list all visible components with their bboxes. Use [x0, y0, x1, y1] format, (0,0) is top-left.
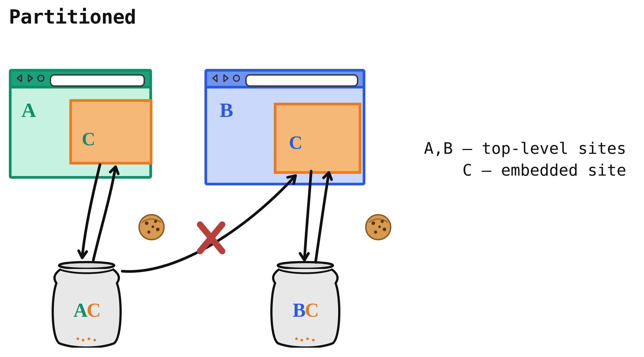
svg-point-3	[82, 339, 84, 342]
legend-line-2: C – embedded site	[462, 161, 626, 179]
browser-a-urlbar	[50, 74, 145, 87]
forward-icon	[26, 74, 35, 83]
svg-point-17	[372, 222, 375, 225]
browser-a-nav-icons	[15, 74, 45, 83]
embed-c-label-b: C	[289, 132, 302, 154]
cookie-icon	[364, 214, 392, 241]
jar-ac: AC	[47, 256, 127, 348]
jar-bc-label: BC	[265, 299, 345, 322]
svg-point-0	[38, 75, 44, 81]
reload-icon	[232, 74, 241, 83]
embed-c-in-a: C	[69, 99, 152, 164]
svg-point-15	[152, 226, 154, 228]
svg-point-20	[374, 230, 377, 234]
legend: A,B – top-level sites C – embedded site	[424, 138, 626, 181]
svg-point-9	[312, 339, 315, 342]
site-a-label: A	[21, 98, 36, 122]
svg-point-5	[93, 339, 96, 342]
jar-ac-label: AC	[47, 299, 127, 322]
browser-b-urlbar	[245, 74, 358, 87]
blocked-x-icon	[200, 224, 222, 251]
svg-point-1	[234, 75, 240, 81]
svg-point-14	[147, 230, 150, 234]
legend-line-1: A,B – top-level sites	[424, 139, 626, 158]
page-title: Partitioned	[9, 5, 136, 28]
svg-point-4	[88, 338, 90, 340]
svg-point-16	[366, 215, 391, 240]
browser-b-titlebar	[204, 69, 365, 88]
reload-icon	[36, 74, 45, 83]
browser-b-nav-icons	[211, 74, 241, 83]
svg-point-10	[139, 215, 164, 240]
cookie-icon	[138, 214, 165, 241]
embed-c-label-a: C	[82, 128, 95, 150]
svg-point-19	[383, 228, 386, 231]
diagram: Partitioned A C B C	[0, 0, 644, 357]
browser-b: B C	[204, 69, 365, 186]
site-b-label: B	[220, 98, 233, 122]
svg-point-2	[76, 338, 79, 340]
svg-point-21	[378, 226, 381, 228]
forward-icon	[221, 74, 230, 83]
svg-point-12	[154, 220, 157, 223]
svg-point-13	[156, 228, 160, 231]
embed-c-in-b: C	[274, 103, 361, 174]
svg-point-11	[145, 222, 148, 225]
browser-a: A C	[9, 69, 152, 179]
svg-point-6	[295, 338, 298, 340]
browser-a-titlebar	[9, 69, 152, 88]
svg-point-8	[306, 338, 309, 340]
back-icon	[15, 74, 24, 83]
back-icon	[211, 74, 220, 83]
jar-bc: BC	[265, 256, 345, 348]
svg-point-7	[300, 339, 303, 342]
svg-point-18	[381, 220, 384, 223]
